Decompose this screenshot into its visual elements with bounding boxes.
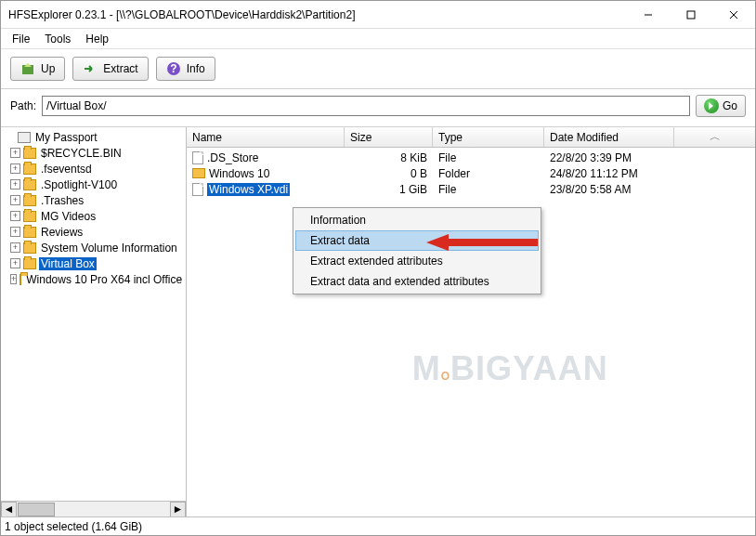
scroll-thumb[interactable] xyxy=(18,503,55,516)
window-title: HFSExplorer 0.23.1 - [\\?\GLOBALROOT\Dev… xyxy=(1,8,627,21)
context-menu-item[interactable]: Extract data xyxy=(295,230,539,251)
tree-horizontal-scrollbar[interactable]: ◄ ► xyxy=(1,501,186,516)
status-bar: 1 object selected (1.64 GiB) xyxy=(1,516,755,536)
file-icon xyxy=(192,183,203,196)
expand-icon[interactable]: + xyxy=(10,274,17,284)
tree-item-label: Windows 10 Pro X64 incl Office 2019 xyxy=(24,273,187,286)
column-size[interactable]: Size xyxy=(345,127,433,147)
info-icon: ? xyxy=(166,61,181,76)
folder-icon xyxy=(23,179,36,190)
tree-item-label: .fseventsd xyxy=(39,163,94,176)
folder-icon xyxy=(20,274,21,285)
tree-item[interactable]: +.fseventsd xyxy=(1,161,186,176)
tree-root-label: My Passport xyxy=(33,131,99,144)
go-button[interactable]: Go xyxy=(696,95,746,117)
file-type: File xyxy=(433,151,544,164)
tree-item-label: Reviews xyxy=(39,226,85,239)
window-controls xyxy=(627,1,755,29)
tree-item-label: Virtual Box xyxy=(39,257,97,270)
info-label: Info xyxy=(187,62,205,75)
menu-bar: File Tools Help xyxy=(1,29,755,49)
file-size: 0 B xyxy=(345,167,433,180)
svg-rect-1 xyxy=(687,11,695,19)
watermark: MOBIGYAAN xyxy=(412,349,608,388)
file-size: 8 KiB xyxy=(345,151,433,164)
column-headers: Name Size Type Date Modified ︿ xyxy=(187,127,755,148)
folder-icon xyxy=(23,242,36,254)
file-size: 1 GiB xyxy=(345,183,433,196)
expand-icon[interactable]: + xyxy=(10,211,20,221)
go-label: Go xyxy=(723,99,737,112)
tree-root[interactable]: My Passport xyxy=(1,129,186,145)
expand-icon[interactable]: + xyxy=(10,163,20,174)
tree-item-label: .Trashes xyxy=(39,194,85,207)
file-name: .DS_Store xyxy=(207,151,258,164)
list-row[interactable]: .DS_Store8 KiBFile22/8/20 3:39 PM xyxy=(187,150,755,165)
svg-text:?: ? xyxy=(170,62,176,75)
context-menu-item[interactable]: Extract extended attributes xyxy=(295,251,539,271)
menu-help[interactable]: Help xyxy=(78,31,116,47)
tree-item-label: .Spotlight-V100 xyxy=(39,178,119,191)
column-sort-indicator: ︿ xyxy=(674,127,755,147)
file-list-panel: Name Size Type Date Modified ︿ .DS_Store… xyxy=(187,127,755,516)
context-menu-item[interactable]: Information xyxy=(295,210,539,230)
tree-item-label: System Volume Information xyxy=(39,242,179,255)
folder-icon xyxy=(192,168,205,178)
expand-icon[interactable]: + xyxy=(10,242,20,253)
status-text: 1 object selected (1.64 GiB) xyxy=(5,520,142,533)
scroll-left-icon[interactable]: ◄ xyxy=(1,502,17,517)
tree-item[interactable]: +.Spotlight-V100 xyxy=(1,176,186,192)
close-button[interactable] xyxy=(712,1,755,29)
maximize-button[interactable] xyxy=(670,1,712,29)
list-row[interactable]: Windows XP.vdi1 GiBFile23/8/20 5:58 AM xyxy=(187,181,755,197)
file-date: 22/8/20 3:39 PM xyxy=(544,151,674,164)
tree-item[interactable]: +MG Videos xyxy=(1,208,186,224)
menu-file[interactable]: File xyxy=(5,31,37,47)
file-type: File xyxy=(433,183,544,196)
menu-tools[interactable]: Tools xyxy=(37,31,78,47)
tree-item[interactable]: +$RECYCLE.BIN xyxy=(1,145,186,161)
folder-icon xyxy=(23,258,36,269)
expand-icon[interactable]: + xyxy=(10,227,20,237)
column-date[interactable]: Date Modified xyxy=(544,127,674,147)
tree-item[interactable]: +System Volume Information xyxy=(1,240,186,255)
path-input[interactable] xyxy=(42,96,690,116)
file-name: Windows XP.vdi xyxy=(207,183,290,196)
context-menu: InformationExtract dataExtract extended … xyxy=(293,207,541,294)
column-type[interactable]: Type xyxy=(433,127,544,147)
extract-label: Extract xyxy=(103,62,137,75)
file-icon xyxy=(192,151,203,164)
tree-item[interactable]: +Windows 10 Pro X64 incl Office 2019 xyxy=(1,271,186,287)
path-label: Path: xyxy=(10,99,36,112)
go-icon xyxy=(704,98,719,113)
context-menu-item[interactable]: Extract data and extended attributes xyxy=(295,271,539,292)
column-name[interactable]: Name xyxy=(187,127,345,147)
tree-panel: My Passport+$RECYCLE.BIN+.fseventsd+.Spo… xyxy=(1,127,187,516)
extract-button[interactable]: Extract xyxy=(72,57,148,81)
extract-icon xyxy=(83,61,98,76)
expand-icon[interactable]: + xyxy=(10,148,20,158)
tree-item-label: $RECYCLE.BIN xyxy=(39,147,124,160)
folder-icon xyxy=(23,211,36,222)
list-row[interactable]: Windows 100 BFolder24/8/20 11:12 PM xyxy=(187,165,755,181)
folder-icon xyxy=(23,163,36,175)
up-label: Up xyxy=(41,62,55,75)
folder-icon xyxy=(23,227,36,238)
tree-item[interactable]: +Virtual Box xyxy=(1,255,186,271)
tree-item[interactable]: +Reviews xyxy=(1,224,186,240)
scroll-right-icon[interactable]: ► xyxy=(170,502,186,517)
file-date: 24/8/20 11:12 PM xyxy=(544,167,674,180)
file-name: Windows 10 xyxy=(209,167,269,180)
expand-icon[interactable]: + xyxy=(10,179,20,190)
up-button[interactable]: Up xyxy=(10,57,65,81)
tree-item[interactable]: +.Trashes xyxy=(1,192,186,208)
title-bar: HFSExplorer 0.23.1 - [\\?\GLOBALROOT\Dev… xyxy=(1,1,755,29)
expand-icon[interactable]: + xyxy=(10,258,20,268)
folder-icon xyxy=(23,148,36,159)
expand-icon[interactable]: + xyxy=(10,195,20,205)
folder-icon xyxy=(23,195,36,206)
minimize-button[interactable] xyxy=(627,1,670,29)
toolbar: Up Extract ? Info xyxy=(1,49,755,89)
up-icon xyxy=(20,61,35,76)
info-button[interactable]: ? Info xyxy=(156,57,215,81)
